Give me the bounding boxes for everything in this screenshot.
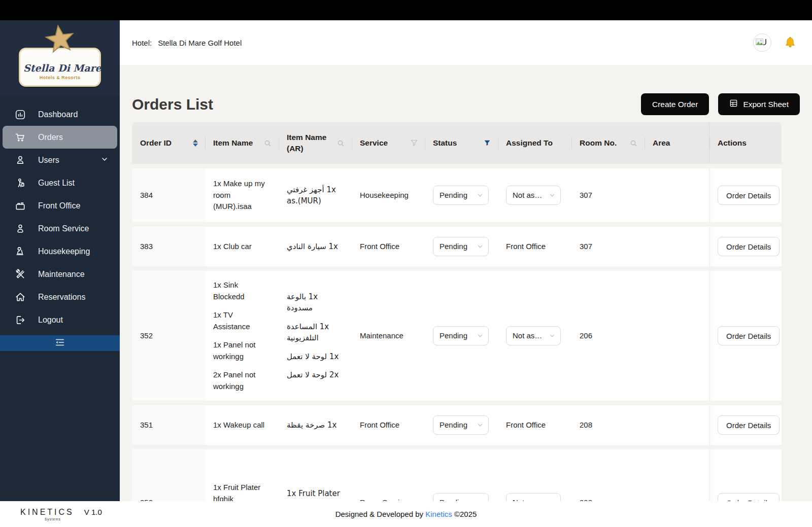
status-select[interactable]: Pending: [433, 326, 489, 345]
page-footer: KINETICS Systems V 1.0 Designed & Develo…: [0, 501, 812, 527]
column-header-status[interactable]: Status: [425, 122, 498, 164]
sidebar-nav: Dashboard Orders Users: [0, 103, 120, 331]
filter-active-icon[interactable]: [484, 139, 491, 147]
spreadsheet-icon: [729, 99, 738, 110]
cell-order-id: 384: [132, 168, 205, 222]
cell-room-no: 307: [571, 184, 645, 207]
user-avatar[interactable]: U: [753, 33, 771, 52]
order-details-button[interactable]: Order Details: [718, 415, 780, 435]
search-icon[interactable]: [264, 139, 272, 147]
export-sheet-button[interactable]: Export Sheet: [718, 93, 800, 115]
column-header-item-name[interactable]: Item Name: [205, 122, 279, 164]
assigned-select[interactable]: Not assi...: [506, 326, 561, 345]
create-order-button[interactable]: Create Order: [641, 93, 709, 115]
chevron-down-icon: [101, 156, 108, 165]
status-select[interactable]: Pending: [433, 237, 489, 256]
sidebar-item-users[interactable]: Users: [3, 149, 117, 171]
logo-text: Stella Di Mare: [23, 62, 96, 74]
version-label: V 1.0: [84, 508, 102, 516]
cell-status: Pending: [425, 320, 498, 352]
assigned-select[interactable]: Not assi...: [506, 493, 561, 501]
sidebar-item-room-service[interactable]: Room Service: [3, 217, 117, 240]
status-select[interactable]: Pending: [433, 493, 489, 501]
sidebar-item-reservations[interactable]: Reservations: [3, 286, 117, 308]
column-header-order-id[interactable]: Order ID: [132, 122, 205, 164]
cell-item-name-ar: 1x سيارة النادي: [279, 235, 352, 259]
cell-item-name-ar: 1x أجهز غرفتي (MUR).as: [279, 178, 352, 213]
sidebar-item-guest-list[interactable]: Guest List: [3, 171, 117, 194]
chevron-down-icon: [477, 243, 483, 250]
sidebar-item-orders[interactable]: Orders: [3, 126, 117, 149]
column-header-service[interactable]: Service: [352, 122, 425, 164]
sidebar-item-dashboard[interactable]: Dashboard: [3, 103, 117, 126]
room-service-icon: [15, 223, 26, 234]
chevron-down-icon: [477, 333, 483, 339]
order-details-button[interactable]: Order Details: [718, 493, 780, 501]
cart-icon: [15, 132, 26, 143]
sidebar: Stella Di Mare Hotels & Resorts Dashboar…: [0, 20, 120, 501]
sidebar-item-label: Room Service: [38, 224, 89, 233]
cell-item-name: 1x Fruit Plater hfghjk 1x Club: [205, 476, 279, 501]
sidebar-item-label: Reservations: [38, 293, 85, 302]
cell-service: Housekeeping: [352, 184, 425, 207]
column-header-area: Area: [645, 122, 709, 164]
cell-actions: Order Details: [709, 449, 782, 501]
sidebar-collapse-button[interactable]: [0, 335, 120, 351]
table-row: 352 1x Sink Blockedd 1x TV Assistance 1x…: [132, 271, 782, 401]
table-header-row: Order ID Item Name Item Name (AR): [132, 122, 782, 164]
sidebar-item-housekeeping[interactable]: Housekeeping: [3, 240, 117, 263]
brand-logo: Stella Di Mare Hotels & Resorts: [0, 20, 120, 96]
sort-icon[interactable]: [193, 139, 198, 147]
assigned-select[interactable]: Not assi...: [506, 186, 561, 205]
search-icon[interactable]: [630, 139, 637, 147]
cell-order-id: 350: [132, 449, 205, 501]
sidebar-item-label: Front Office: [38, 201, 80, 210]
order-details-button[interactable]: Order Details: [718, 237, 780, 256]
status-select[interactable]: Pending: [433, 415, 489, 435]
cell-item-name: 1x Sink Blockedd 1x TV Assistance 1x Pan…: [205, 273, 279, 398]
hotel-label: Hotel:: [132, 39, 152, 47]
maintenance-icon: [15, 269, 26, 280]
filter-icon[interactable]: [411, 139, 418, 147]
sidebar-item-maintenance[interactable]: Maintenance: [3, 263, 117, 286]
orders-table: Order ID Item Name Item Name (AR): [132, 122, 782, 501]
sidebar-item-label: Guest List: [38, 179, 75, 188]
order-details-button[interactable]: Order Details: [718, 326, 780, 345]
cell-area: [645, 240, 709, 253]
notification-bell-icon[interactable]: [784, 36, 797, 49]
table-row: 350 1x Fruit Plater hfghjk 1x Club 1x Fr…: [132, 449, 782, 501]
search-icon[interactable]: [337, 139, 345, 147]
credits-text: Designed & Developed by Kinetics ©2025: [335, 510, 477, 518]
front-office-icon: [15, 200, 26, 212]
cell-order-id: 383: [132, 227, 205, 266]
status-select[interactable]: Pending: [433, 186, 489, 205]
sidebar-item-front-office[interactable]: Front Office: [3, 194, 117, 217]
dashboard-icon: [15, 109, 26, 120]
user-icon: [15, 155, 26, 166]
menu-fold-icon: [54, 337, 65, 350]
logout-icon: [15, 314, 26, 326]
sidebar-item-label: Users: [38, 156, 59, 165]
cell-item-name: 1x Make up my room (MUR).isaa: [205, 172, 279, 219]
order-details-button[interactable]: Order Details: [718, 186, 780, 205]
kinetics-logo: KINETICS Systems: [20, 508, 74, 521]
cell-order-id: 352: [132, 271, 205, 401]
cell-area: [645, 330, 709, 342]
chevron-down-icon: [477, 192, 483, 198]
cell-area: [645, 497, 709, 501]
cell-actions: Order Details: [709, 405, 782, 445]
cell-item-name-ar: 1x بالوعة مسدودة 1x المساعدة التلفزيونية…: [279, 285, 352, 387]
kinetics-link[interactable]: Kinetics: [425, 510, 452, 518]
export-sheet-label: Export Sheet: [743, 100, 789, 109]
cell-actions: Order Details: [709, 227, 782, 266]
cell-actions: Order Details: [709, 168, 782, 222]
housekeeping-icon: [15, 246, 26, 257]
cell-area: [645, 189, 709, 201]
sidebar-item-logout[interactable]: Logout: [3, 308, 117, 331]
column-header-room-no[interactable]: Room No.: [571, 122, 645, 164]
cell-service: Maintenance: [352, 324, 425, 348]
cell-status: Pending: [425, 231, 498, 262]
column-header-item-name-ar[interactable]: Item Name (AR): [279, 122, 352, 164]
column-header-actions: Actions: [709, 122, 782, 164]
chevron-down-icon: [549, 192, 555, 198]
